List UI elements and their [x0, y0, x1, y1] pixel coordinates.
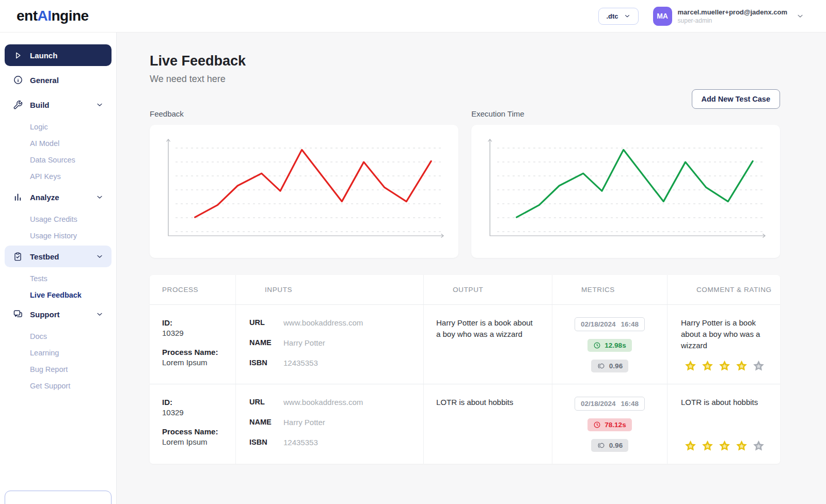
process-name-value: Lorem Ipsum	[162, 358, 230, 367]
sidebar-bottom-button[interactable]	[5, 491, 112, 504]
date-value: 02/18/2024	[581, 400, 616, 408]
sidebar: Launch General Build Logic AI Model Data…	[0, 32, 117, 504]
column-header-inputs: INPUTS	[236, 275, 424, 304]
input-label: ISBN	[249, 359, 283, 367]
sidebar-item-usage-credits[interactable]: Usage Credits	[5, 211, 112, 227]
feedback-chart-card	[150, 125, 458, 258]
sidebar-item-ai-model[interactable]: AI Model	[5, 135, 112, 152]
star-icon[interactable]	[752, 360, 766, 373]
user-role: super-admin	[678, 17, 787, 24]
user-email: marcel.mueller+prod@jadenx.com	[678, 8, 787, 16]
sidebar-item-label: Launch	[30, 51, 57, 60]
sidebar-item-get-support[interactable]: Get Support	[5, 378, 112, 394]
chevron-down-icon	[96, 310, 104, 318]
sidebar-item-logic[interactable]: Logic	[5, 119, 112, 135]
time-value: 16:48	[621, 400, 639, 408]
table-row: ID: 10329 Process Name: Lorem Ipsum URLw…	[150, 384, 780, 464]
score-value: 0.96	[609, 362, 623, 370]
table-row: ID: 10329 Process Name: Lorem Ipsum URLw…	[150, 305, 780, 384]
sidebar-item-learning[interactable]: Learning	[5, 345, 112, 361]
star-icon[interactable]	[684, 360, 697, 373]
environment-select-value: .dtc	[606, 12, 618, 20]
feedback-chart	[160, 135, 448, 248]
star-icon[interactable]	[701, 440, 714, 453]
sidebar-item-testbed[interactable]: Testbed	[5, 246, 112, 267]
execution-time-line-series	[517, 150, 753, 217]
logo-text-post: ngine	[52, 8, 89, 24]
process-name-label: Process Name:	[162, 348, 230, 356]
input-value: Harry Potter	[283, 338, 418, 347]
environment-select[interactable]: .dtc	[598, 8, 638, 25]
avatar: MA	[653, 7, 672, 26]
star-icon[interactable]	[735, 440, 749, 453]
add-new-test-case-button[interactable]: Add New Test Case	[692, 89, 781, 109]
sidebar-item-tests[interactable]: Tests	[5, 270, 112, 287]
star-icon[interactable]	[718, 360, 732, 373]
sidebar-item-data-sources[interactable]: Data Sources	[5, 152, 112, 168]
output-cell: LOTR is about hobbits	[424, 384, 552, 464]
sidebar-item-support[interactable]: Support	[5, 303, 112, 325]
wrench-icon	[12, 100, 23, 110]
timestamp-badge: 02/18/2024 16:48	[575, 317, 645, 331]
sidebar-item-live-feedback[interactable]: Live Feedback	[5, 287, 112, 303]
timestamp-badge: 02/18/2024 16:48	[575, 397, 645, 411]
avatar-initials: MA	[657, 12, 668, 20]
id-label: ID:	[162, 398, 230, 407]
id-value: 10329	[162, 408, 230, 417]
star-icon[interactable]	[684, 440, 697, 453]
process-name-value: Lorem Ipsum	[162, 437, 230, 446]
comment-text: LOTR is about hobbits	[681, 397, 768, 408]
play-icon	[12, 51, 23, 60]
test-results-table: PROCESS INPUTS OUTPUT METRICS COMMENT & …	[150, 275, 780, 464]
sidebar-item-label: General	[30, 76, 59, 85]
input-label: NAME	[249, 338, 283, 347]
sidebar-item-analyze[interactable]: Analyze	[5, 186, 112, 208]
sidebar-item-usage-history[interactable]: Usage History	[5, 227, 112, 244]
chevron-down-icon	[624, 12, 631, 20]
metrics-cell: 02/18/2024 16:48 12.98s 0.96	[552, 305, 668, 384]
sidebar-item-label: Testbed	[30, 252, 59, 261]
user-menu[interactable]: MA marcel.mueller+prod@jadenx.com super-…	[653, 7, 804, 26]
sidebar-item-launch[interactable]: Launch	[5, 44, 112, 66]
chevron-down-icon	[796, 12, 804, 20]
page-subtitle: We need text here	[150, 74, 780, 85]
time-value: 16:48	[621, 320, 639, 328]
sidebar-item-docs[interactable]: Docs	[5, 328, 112, 345]
rating	[681, 440, 768, 453]
sidebar-item-build[interactable]: Build	[5, 94, 112, 116]
metrics-cell: 02/18/2024 16:48 78.12s 0.96	[552, 384, 668, 464]
feedback-line-series	[195, 150, 431, 217]
input-value: www.bookaddress.com	[283, 398, 418, 407]
sidebar-item-general[interactable]: General	[5, 69, 112, 91]
input-label: ISBN	[249, 438, 283, 447]
column-header-output: OUTPUT	[424, 275, 552, 304]
comment-rating-cell: Harry Potter is a book about a boy who w…	[668, 305, 780, 384]
star-icon[interactable]	[701, 360, 714, 373]
execution-time-chart-card	[471, 125, 780, 258]
gauge-icon	[597, 362, 606, 370]
id-value: 10329	[162, 329, 230, 337]
main-content: Live Feedback We need text here Add New …	[117, 32, 826, 504]
sidebar-item-bug-report[interactable]: Bug Report	[5, 361, 112, 378]
sidebar-item-label: Support	[30, 310, 60, 319]
column-header-metrics: METRICS	[552, 275, 668, 304]
app-logo: entAIngine	[17, 8, 89, 24]
inputs-cell: URLwww.bookaddress.com NAMEHarry Potter …	[236, 305, 424, 384]
column-header-comment-rating: COMMENT & RATING	[668, 275, 780, 304]
input-label: URL	[249, 398, 283, 407]
duration-badge: 78.12s	[587, 418, 631, 431]
star-icon[interactable]	[735, 360, 749, 373]
score-badge: 0.96	[591, 360, 628, 372]
duration-badge: 12.98s	[587, 339, 631, 352]
app-header: entAIngine .dtc MA marcel.mueller+prod@j…	[0, 0, 826, 32]
score-value: 0.96	[609, 442, 623, 449]
sidebar-item-label: Analyze	[30, 193, 59, 202]
star-icon[interactable]	[752, 440, 766, 453]
sidebar-item-api-keys[interactable]: API Keys	[5, 168, 112, 185]
duration-value: 12.98s	[605, 342, 626, 349]
date-value: 02/18/2024	[581, 320, 616, 328]
input-label: NAME	[249, 418, 283, 427]
star-icon[interactable]	[718, 440, 732, 453]
gauge-icon	[597, 442, 606, 449]
process-name-label: Process Name:	[162, 427, 230, 436]
